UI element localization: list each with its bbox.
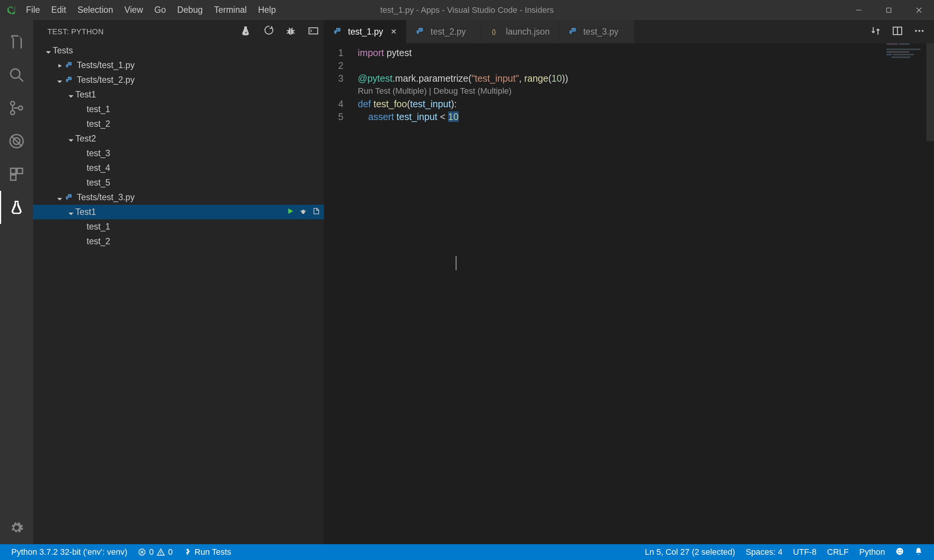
- svg-rect-12: [11, 175, 16, 180]
- code-token: [358, 111, 368, 122]
- test-icon[interactable]: [0, 191, 33, 224]
- status-run-tests-label: Run Tests: [195, 547, 231, 557]
- editor-area: test_1.py ✕ test_2.py {} launch.json tes…: [324, 20, 934, 544]
- status-notifications-icon[interactable]: [909, 547, 928, 555]
- tree-file[interactable]: Tests/test_3.py: [33, 190, 324, 205]
- close-icon[interactable]: ✕: [390, 27, 397, 36]
- svg-line-15: [287, 31, 289, 31]
- tree-label: test_1: [86, 222, 110, 232]
- chevron-down-icon[interactable]: [56, 195, 64, 200]
- status-bar: Python 3.7.2 32-bit ('env': venv) 0 0 Ru…: [0, 544, 934, 560]
- run-test-icon[interactable]: [286, 207, 294, 217]
- code-content[interactable]: import pytest @pytest.mark.parametrize("…: [358, 43, 934, 544]
- status-feedback-icon[interactable]: [890, 547, 909, 555]
- show-output-icon[interactable]: [308, 26, 319, 38]
- code-token: (: [548, 73, 551, 83]
- tree-class[interactable]: Test1: [33, 87, 324, 102]
- status-cursor-position[interactable]: Ln 5, Col 27 (2 selected): [640, 547, 740, 557]
- tree-test[interactable]: test_2: [33, 117, 324, 131]
- svg-point-31: [572, 29, 572, 29]
- status-encoding[interactable]: UTF-8: [788, 547, 822, 557]
- minimap[interactable]: [886, 43, 924, 73]
- code-token: "test_input": [472, 73, 519, 83]
- chevron-right-icon[interactable]: [56, 63, 64, 68]
- line-gutter: 1 2 3 4 5: [324, 43, 358, 544]
- settings-gear-icon[interactable]: [0, 511, 33, 544]
- menu-edit[interactable]: Edit: [46, 0, 72, 20]
- python-file-icon: [64, 75, 75, 85]
- editor-actions: [870, 20, 934, 43]
- tree-test[interactable]: test_1: [33, 102, 324, 117]
- debug-all-icon[interactable]: [285, 26, 296, 38]
- run-all-icon[interactable]: [263, 26, 273, 38]
- chevron-down-icon[interactable]: [56, 77, 64, 83]
- compare-changes-icon[interactable]: [870, 25, 881, 38]
- discover-tests-icon[interactable]: [240, 26, 251, 38]
- chevron-down-icon[interactable]: [67, 210, 76, 215]
- tab-label: launch.json: [506, 27, 549, 37]
- svg-point-34: [915, 30, 917, 32]
- menu-terminal[interactable]: Terminal: [209, 0, 252, 20]
- tab-launchjson[interactable]: {} launch.json: [482, 20, 559, 43]
- tree-class-selected[interactable]: Test1: [33, 205, 324, 219]
- chevron-down-icon[interactable]: [67, 92, 76, 97]
- code-token: 10: [551, 73, 562, 83]
- explorer-icon[interactable]: [0, 25, 33, 58]
- chevron-down-icon[interactable]: [67, 136, 76, 142]
- tree-test[interactable]: test_2: [33, 234, 324, 249]
- close-button[interactable]: [904, 0, 934, 20]
- search-icon[interactable]: [0, 58, 33, 91]
- tree-root[interactable]: Tests: [33, 43, 324, 58]
- menubar: File Edit Selection View Go Debug Termin…: [21, 0, 281, 20]
- tab-test3[interactable]: test_3.py: [559, 20, 635, 43]
- status-language[interactable]: Python: [854, 547, 891, 557]
- menu-selection[interactable]: Selection: [72, 0, 119, 20]
- codelens[interactable]: Run Test (Multiple) | Debug Test (Multip…: [358, 85, 934, 97]
- more-actions-icon[interactable]: [914, 25, 925, 38]
- code-token-selected: 10: [448, 111, 459, 122]
- menu-help[interactable]: Help: [253, 0, 281, 20]
- tree-test[interactable]: test_5: [33, 175, 324, 190]
- debug-test-icon[interactable]: [299, 207, 307, 217]
- tree-file[interactable]: Tests/test_2.py: [33, 72, 324, 87]
- split-editor-icon[interactable]: [892, 25, 903, 38]
- sidebar-header: TEST: PYTHON: [33, 20, 324, 43]
- python-file-icon: [568, 27, 578, 37]
- code-token: test_input: [396, 111, 437, 122]
- open-file-icon[interactable]: [312, 207, 320, 217]
- python-file-icon: [64, 192, 75, 203]
- status-problems[interactable]: 0 0: [133, 544, 178, 560]
- debug-icon[interactable]: [0, 125, 33, 158]
- tab-test1[interactable]: test_1.py ✕: [324, 20, 406, 43]
- menu-view[interactable]: View: [119, 0, 148, 20]
- test-tree[interactable]: Tests Tests/test_1.py Tests/test_2.py Te…: [33, 43, 324, 544]
- code-editor[interactable]: 1 2 3 4 5 import pytest @pytest.mark.par…: [324, 43, 934, 544]
- status-run-tests[interactable]: Run Tests: [178, 544, 236, 560]
- svg-point-6: [18, 106, 23, 110]
- code-token: )): [562, 73, 568, 83]
- text-cursor-icon: [456, 256, 456, 270]
- menu-debug[interactable]: Debug: [172, 0, 208, 20]
- svg-point-2: [11, 69, 20, 78]
- tree-test[interactable]: test_3: [33, 146, 324, 161]
- svg-point-41: [898, 550, 899, 551]
- menu-go[interactable]: Go: [149, 0, 171, 20]
- vscode-logo-icon: [0, 5, 21, 15]
- maximize-button[interactable]: [874, 0, 904, 20]
- tree-file[interactable]: Tests/test_1.py: [33, 58, 324, 72]
- svg-text:{}: {}: [492, 29, 496, 35]
- tab-test2[interactable]: test_2.py: [406, 20, 482, 43]
- status-python-interpreter[interactable]: Python 3.7.2 32-bit ('env': venv): [6, 544, 133, 560]
- source-control-icon[interactable]: [0, 91, 33, 125]
- editor-scrollbar[interactable]: [926, 43, 934, 141]
- status-eol[interactable]: CRLF: [822, 547, 854, 557]
- tree-class[interactable]: Test2: [33, 131, 324, 146]
- status-indentation[interactable]: Spaces: 4: [740, 547, 788, 557]
- code-token: test_input: [410, 98, 451, 109]
- tree-test[interactable]: test_4: [33, 161, 324, 175]
- minimize-button[interactable]: [844, 0, 874, 20]
- chevron-down-icon[interactable]: [45, 48, 53, 54]
- extensions-icon[interactable]: [0, 158, 33, 191]
- tree-test[interactable]: test_1: [33, 219, 324, 234]
- menu-file[interactable]: File: [21, 0, 45, 20]
